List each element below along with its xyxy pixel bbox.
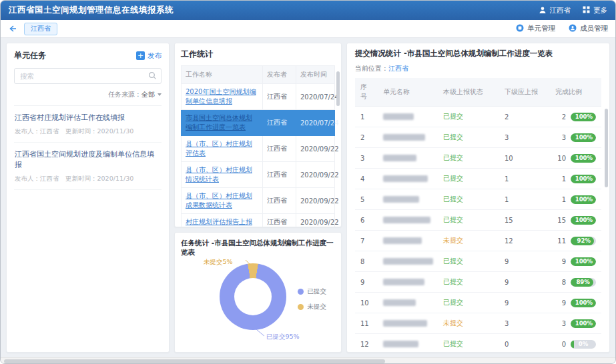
task-list-item[interactable]: 江西省村庄规划评估工作在线填报发布人：江西省 更新时间：2020/11/30 (14, 106, 162, 143)
sub-col-unit: 单元名称 (378, 78, 438, 107)
work-name-cell: 县（市、区）村庄规划评估表 (182, 136, 263, 162)
toolbar: 江西省 单元管理 成员管理 (1, 20, 615, 38)
horizontal-scrollbar-thumb[interactable] (4, 359, 385, 363)
submission-row[interactable]: 2已提交33100% (355, 127, 601, 148)
work-row[interactable]: 市县国土空间总体规划编制工作进度一览表江西省2020/07/24 (182, 110, 335, 136)
reported-count: 3 (555, 320, 566, 327)
reported-count: 15 (555, 217, 566, 224)
work-row[interactable]: 村庄规划评估报告上报江西省2020/09/22 (182, 214, 335, 228)
location-link[interactable]: 江西省 (388, 65, 408, 72)
task-source-filter[interactable]: 任务来源： 全部 (14, 90, 162, 106)
more-menu[interactable]: 更多 (583, 6, 607, 15)
user-name: 江西省 (550, 6, 571, 15)
search-input[interactable] (14, 68, 162, 84)
member-management-button[interactable]: 成员管理 (569, 24, 608, 33)
work-date-cell: 2020/09/22 (296, 136, 335, 162)
progress-fill: 100% (571, 216, 596, 225)
expected-cell: 2 (499, 107, 550, 127)
unit-name-masked (383, 155, 416, 161)
unit-name-masked (383, 113, 414, 120)
work-name-link[interactable]: 村庄规划评估报告上报 (186, 218, 252, 225)
completion-cell: 2100% (550, 107, 601, 127)
grid-icon (583, 6, 590, 15)
progress-fill: 92% (571, 237, 594, 245)
work-name-link[interactable]: 市县国土空间总体规划编制工作进度一览表 (186, 114, 252, 131)
unit-name-masked (383, 341, 418, 347)
submission-row[interactable]: 9已提交9889% (355, 272, 601, 293)
work-publisher-cell: 江西省 (263, 110, 296, 136)
progress-pill: 100% (571, 154, 596, 163)
submission-row[interactable]: 3已提交1010100% (355, 148, 601, 169)
publish-button[interactable]: + 发布 (136, 51, 162, 61)
breadcrumb: 当前位置：江西省 (355, 64, 601, 73)
work-name-link[interactable]: 2020年国土空间规划编制单位信息填报 (186, 88, 256, 105)
legend-item-unsubmitted[interactable]: 未提交 (298, 303, 327, 311)
filter-label: 任务来源： (108, 90, 141, 99)
unit-name-masked (383, 279, 424, 285)
submission-row[interactable]: 7未提交121192% (355, 231, 601, 251)
work-name-link[interactable]: 县（市、区）村庄规划评估表 (186, 140, 252, 157)
work-col-name: 工作名称 (182, 66, 263, 84)
submission-table: 序号 单元名称 本级上报状态 下级应上报 完成比例 1已提交22100%2已提交… (355, 78, 601, 353)
work-row[interactable]: 县（市、区）村庄规划评估表江西省2020/09/22 (182, 136, 335, 162)
back-button[interactable] (8, 25, 18, 33)
seq-cell: 2 (355, 127, 378, 148)
work-row[interactable]: 县（市、区）村庄规划情况统计表江西省2020/09/22 (182, 162, 335, 188)
expected-cell: 15 (499, 210, 550, 231)
user-menu[interactable]: 江西省 (539, 6, 571, 15)
legend-item-submitted[interactable]: 已提交 (298, 287, 327, 296)
completion-cell: 889% (550, 272, 601, 293)
submission-row[interactable]: 1已提交22100% (355, 107, 601, 127)
unit-name-masked (383, 175, 428, 182)
progress-pill: 100% (571, 319, 596, 328)
status-cell: 未提交 (438, 313, 499, 334)
submission-row[interactable]: 6已提交1515100% (355, 210, 601, 231)
unit-name-cell (378, 251, 438, 272)
submission-row[interactable]: 12已提交000% (355, 334, 601, 353)
more-label: 更多 (593, 6, 607, 15)
reported-count: 11 (555, 237, 566, 245)
sub-col-seq: 序号 (355, 78, 378, 107)
task-list-item[interactable]: 江西省国土空间规划进度及编制单位信息填报发布人：江西省 更新时间：2020/11… (14, 143, 162, 190)
work-publisher-cell: 江西省 (263, 214, 296, 228)
seq-cell: 4 (355, 169, 378, 189)
unit-task-panel: 单元任务 + 发布 任务来源： 全部 江西省村庄规划评估工作在线填报发布人：江西… (6, 43, 170, 353)
submission-row[interactable]: 10已提交99100% (355, 293, 601, 313)
work-date-cell: 2020/09/22 (296, 214, 335, 228)
completion-cell: 1192% (550, 231, 601, 251)
expected-cell: 9 (499, 293, 550, 313)
region-tag[interactable]: 江西省 (24, 23, 57, 35)
work-row[interactable]: 2020年国土空间规划编制单位信息填报江西省2020/07/24 (182, 84, 335, 110)
submission-table-scrollbar[interactable] (605, 109, 608, 187)
submission-row[interactable]: 4已提交11100% (355, 169, 601, 189)
work-row[interactable]: 县（市、区）村庄规划成果数据统计表江西省2020/09/22 (182, 188, 335, 214)
unit-name-cell (378, 334, 438, 353)
user-icon (539, 6, 547, 15)
donut-chart (220, 263, 286, 330)
location-label: 当前位置： (355, 65, 388, 72)
work-name-link[interactable]: 县（市、区）村庄规划情况统计表 (186, 166, 252, 183)
unit-name-cell (378, 189, 438, 210)
unit-name-cell (378, 210, 438, 231)
task-title: 江西省村庄规划评估工作在线填报 (15, 113, 161, 123)
progress-fill (571, 340, 574, 349)
work-stats-title: 工作统计 (181, 49, 335, 60)
expected-cell: 1 (499, 169, 550, 189)
seq-cell: 1 (355, 107, 378, 127)
work-date-cell: 2020/07/24 (296, 84, 335, 110)
submission-row[interactable]: 5已提交11100% (355, 189, 601, 210)
submission-row[interactable]: 8已提交99100% (355, 251, 601, 272)
submission-row[interactable]: 11未提交33100% (355, 313, 601, 334)
status-cell: 已提交 (438, 210, 499, 231)
expected-cell: 12 (499, 231, 550, 251)
progress-fill: 100% (571, 195, 596, 204)
progress-fill: 100% (571, 175, 596, 183)
unit-management-button[interactable]: 单元管理 (516, 24, 555, 33)
work-name-link[interactable]: 县（市、区）村庄规划成果数据统计表 (186, 192, 252, 209)
header-actions: 江西省 更多 (539, 6, 608, 15)
completion-wrap: 2100% (555, 113, 596, 121)
work-table-scrollbar[interactable] (336, 71, 340, 106)
completion-cell: 1100% (550, 169, 601, 189)
work-date-cell: 2020/09/22 (296, 162, 335, 188)
work-col-publisher: 发布者 (263, 66, 296, 84)
